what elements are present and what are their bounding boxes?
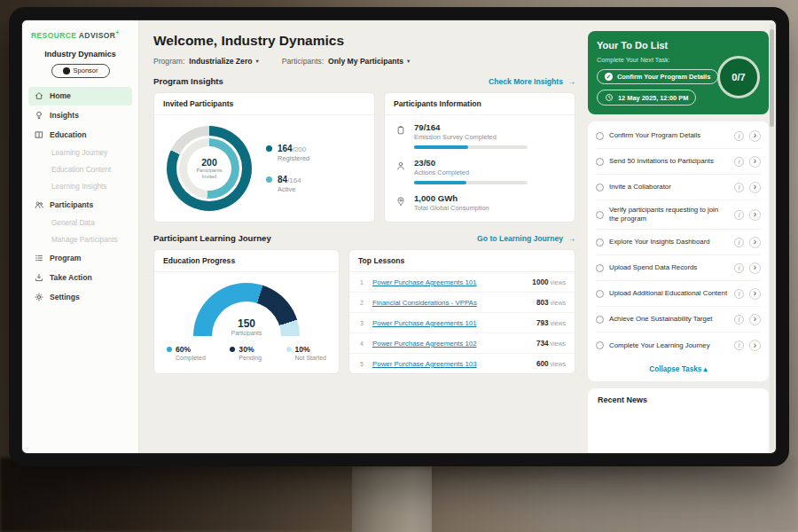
program-filter-value: Industrialize Zero xyxy=(189,57,252,66)
info-icon[interactable]: i xyxy=(734,157,744,167)
go-to-learning-journey-label: Go to Learning Journey xyxy=(477,234,563,243)
sidebar-item-general-data[interactable]: General Data xyxy=(28,215,132,231)
invited-participants-title: Invited Participants xyxy=(154,93,374,115)
sidebar-item-insights[interactable]: Insights xyxy=(28,106,132,125)
collapse-tasks-label: Collapse Tasks xyxy=(649,365,701,373)
sidebar-item-learning-insights[interactable]: Learning Insights xyxy=(28,179,132,195)
sidebar-item-learning-journey[interactable]: Learning Journey xyxy=(28,145,132,161)
registered-dot xyxy=(266,145,272,152)
sidebar-item-participants[interactable]: Participants xyxy=(28,196,132,215)
sidebar-item-settings[interactable]: Settings xyxy=(28,288,132,307)
chevron-right-icon[interactable]: › xyxy=(749,340,761,351)
info-icon[interactable]: i xyxy=(734,131,744,141)
sidebar-item-education-content[interactable]: Education Content xyxy=(28,162,132,178)
lesson-link[interactable]: Power Purchase Agreements 103 xyxy=(372,360,529,368)
sidebar-item-take-action[interactable]: Take Action xyxy=(28,269,132,287)
task-label: Invite a Collaborator xyxy=(609,183,729,192)
task-checkbox[interactable] xyxy=(596,341,604,349)
top-lessons-body: 1Power Purchase Agreements 1011000 views… xyxy=(349,272,575,373)
app-logo: RESOURCE ADVISOR+ xyxy=(28,29,132,40)
sidebar-item-label: Manage Participants xyxy=(51,236,118,244)
program-insights-header: Program Insights Check More Insights → xyxy=(153,76,575,86)
legend-item-active: 84/164Active xyxy=(266,175,309,193)
task-row-confirm-your-program-details[interactable]: Confirm Your Program Detailsi› xyxy=(596,123,761,149)
lesson-row: 4Power Purchase Agreements 102734 views xyxy=(349,333,575,354)
sidebar-item-education[interactable]: Education xyxy=(28,126,132,145)
task-checkbox[interactable] xyxy=(596,158,604,166)
lesson-views: 600 views xyxy=(536,360,566,368)
info-icon[interactable]: i xyxy=(734,263,744,273)
sidebar-item-label: Take Action xyxy=(50,273,92,282)
progress-bar xyxy=(414,181,528,184)
info-icon[interactable]: i xyxy=(734,340,744,350)
info-icon[interactable]: i xyxy=(734,315,744,325)
task-checkbox[interactable] xyxy=(596,316,604,324)
info-text: 79/164Emission Survey Completed xyxy=(414,122,528,149)
scrollbar-thumb[interactable] xyxy=(770,29,774,127)
info-icon[interactable]: i xyxy=(734,183,744,192)
todo-due-pill: 12 May 2025, 12:00 PM xyxy=(597,90,696,106)
lesson-link[interactable]: Power Purchase Agreements 101 xyxy=(372,319,529,327)
chevron-right-icon[interactable]: › xyxy=(749,288,761,300)
settings-icon xyxy=(34,292,44,302)
program-filter[interactable]: Program: Industrialize Zero ▾ xyxy=(153,57,259,66)
lesson-link[interactable]: Power Purchase Agreements 101 xyxy=(372,278,525,286)
legend-label: Active xyxy=(278,185,301,193)
participants-filter[interactable]: Participants: Only My Participants ▾ xyxy=(282,57,411,66)
scrollbar[interactable] xyxy=(770,24,774,450)
sidebar-item-label: Settings xyxy=(50,293,80,301)
task-row-verify-participants-requesting-to-join-the-program[interactable]: Verify participants requesting to join t… xyxy=(596,200,761,230)
lesson-views: 803 views xyxy=(536,299,566,307)
check-icon: ✓ xyxy=(605,73,613,81)
check-more-insights-link[interactable]: Check More Insights → xyxy=(489,77,575,86)
task-row-upload-additional-educational-content[interactable]: Upload Additional Educational Contenti› xyxy=(596,281,761,307)
lesson-link[interactable]: Power Purchase Agreements 102 xyxy=(372,340,529,348)
info-text: 1,000 GWhTotal Global Consumption xyxy=(414,193,489,212)
education-gauge-chart: 150 Participants xyxy=(193,283,300,336)
info-icon[interactable]: i xyxy=(734,238,744,247)
logo-advisor: ADVISOR xyxy=(79,31,116,40)
go-to-learning-journey-link[interactable]: Go to Learning Journey → xyxy=(477,234,575,243)
info-icon[interactable]: i xyxy=(734,289,744,299)
task-checkbox[interactable] xyxy=(596,132,604,140)
task-row-explore-your-insights-dashboard[interactable]: Explore Your Insights Dashboardi› xyxy=(596,230,761,255)
chevron-right-icon[interactable]: › xyxy=(749,182,761,193)
sponsor-label: Sponsor xyxy=(74,66,98,74)
info-row-actions-completed: 23/50Actions Completed xyxy=(385,151,575,186)
survey-icon xyxy=(395,123,406,134)
info-value: 23/50 xyxy=(414,158,528,168)
chevron-right-icon[interactable]: › xyxy=(749,156,761,168)
info-value: 79/164 xyxy=(414,122,528,132)
task-row-achieve-one-sustainability-target[interactable]: Achieve One Sustainability Targeti› xyxy=(596,307,761,332)
task-checkbox[interactable] xyxy=(596,184,604,192)
chevron-right-icon[interactable]: › xyxy=(749,130,761,142)
chevron-right-icon[interactable]: › xyxy=(749,237,761,248)
task-row-invite-a-collaborator[interactable]: Invite a Collaboratori› xyxy=(596,175,761,200)
task-row-upload-spend-data-records[interactable]: Upload Spend Data Recordsi› xyxy=(596,255,761,281)
task-checkbox[interactable] xyxy=(596,264,604,272)
person-icon xyxy=(395,159,406,169)
task-row-send-50-invitations-to-participants[interactable]: Send 50 Invitations to Participantsi› xyxy=(596,149,761,175)
arrow-right-icon: → xyxy=(567,234,575,243)
chevron-right-icon[interactable]: › xyxy=(749,262,761,274)
sidebar-item-home[interactable]: Home xyxy=(28,87,132,106)
info-row-emission-survey-completed: 79/164Emission Survey Completed xyxy=(385,115,575,151)
task-checkbox[interactable] xyxy=(596,239,604,246)
task-label: Confirm Your Program Details xyxy=(609,131,729,140)
lesson-link[interactable]: Financial Considerations - VPPAs xyxy=(372,299,529,307)
todo-summary-card: Your To Do List Complete Your Next Task:… xyxy=(588,31,769,114)
task-checkbox[interactable] xyxy=(596,211,604,219)
todo-next-task-pill[interactable]: ✓ Confirm Your Program Details xyxy=(597,69,718,84)
insights-icon xyxy=(34,110,44,121)
task-row-complete-your-learning-journey[interactable]: Complete Your Learning Journeyi› xyxy=(596,332,761,358)
sidebar-item-manage-participants[interactable]: Manage Participants xyxy=(28,232,132,248)
chevron-right-icon[interactable]: › xyxy=(749,209,761,221)
collapse-tasks-link[interactable]: Collapse Tasks ▴ xyxy=(596,358,761,379)
sidebar-item-program[interactable]: Program xyxy=(28,249,132,268)
info-icon[interactable]: i xyxy=(734,210,744,220)
chevron-right-icon[interactable]: › xyxy=(749,314,761,325)
sponsor-badge[interactable]: Sponsor xyxy=(51,64,110,78)
sidebar-item-label: Education xyxy=(50,130,87,139)
task-checkbox[interactable] xyxy=(596,290,604,298)
gauge-center: 150 Participants xyxy=(193,317,300,336)
